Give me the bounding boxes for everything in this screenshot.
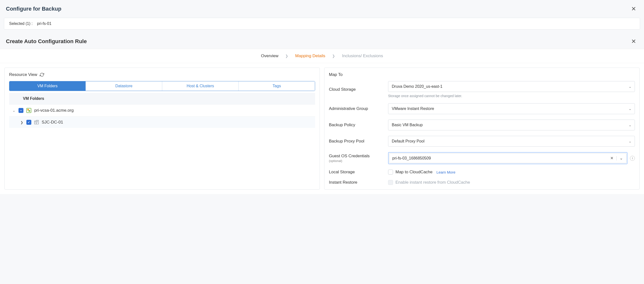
content-area: Resource View VM Folders Datastore Host … xyxy=(0,63,644,194)
label-guest-os: Guest OS Credentials xyxy=(329,154,370,158)
checkbox-checked[interactable] xyxy=(26,120,31,125)
close-icon: ✕ xyxy=(631,38,636,44)
select-proxy-pool[interactable]: Default Proxy Pool xyxy=(388,136,635,147)
step-mapping-details[interactable]: Mapping Details xyxy=(295,54,325,58)
svg-rect-2 xyxy=(28,110,30,112)
row-proxy-pool: Backup Proxy Pool Default Proxy Pool ⌄ xyxy=(329,136,635,147)
select-value: Default Proxy Pool xyxy=(392,139,424,143)
checkbox-indeterminate[interactable] xyxy=(18,108,24,113)
select-value: Druva Demo 2020_us-east-1 xyxy=(392,84,442,88)
chevron-right-icon: ❯ xyxy=(332,54,335,58)
label-admin-group: Administrative Group xyxy=(329,106,383,111)
tree-node-label: SJC-DC-01 xyxy=(42,120,63,125)
tab-vm-folders[interactable]: VM Folders xyxy=(9,81,86,91)
divider xyxy=(616,156,617,160)
label-optional: (optional) xyxy=(329,159,383,163)
label-cloud-storage: Cloud Storage xyxy=(329,87,383,92)
label-instant-restore: Instant Restore xyxy=(329,180,383,185)
tab-datastore[interactable]: Datastore xyxy=(86,81,162,91)
tree-row-root[interactable]: ⌄ pri-vcsa-01.acme.org xyxy=(9,104,315,116)
vcenter-icon xyxy=(26,108,32,114)
map-to-panel: Map To Cloud Storage Druva Demo 2020_us-… xyxy=(324,68,640,190)
learn-more-link[interactable]: Learn More xyxy=(436,170,456,174)
refresh-icon[interactable] xyxy=(40,72,44,77)
row-local-storage: Local Storage Map to CloudCache Learn Mo… xyxy=(329,170,635,174)
hint-cloud-storage: Storage once assigned cannot be changed … xyxy=(388,94,635,98)
sub-title: Create Auto Configuration Rule xyxy=(6,38,87,44)
checkbox-label: Enable instant restore from CloudCache xyxy=(396,180,470,185)
selected-value: pri-fs-01 xyxy=(37,22,52,26)
header-bar: Configure for Backup ✕ xyxy=(0,0,644,18)
close-icon: ✕ xyxy=(610,156,614,160)
datacenter-icon xyxy=(34,120,39,125)
chevron-right-icon: ❯ xyxy=(285,54,288,58)
combo-value: pri-fs-03_1686850509 xyxy=(392,156,610,160)
select-value: Basic VM Backup xyxy=(392,123,422,127)
step-overview[interactable]: Overview xyxy=(261,54,278,58)
resource-tabs: VM Folders Datastore Host & Clusters Tag… xyxy=(9,81,315,91)
selected-prefix: Selected (1) : xyxy=(9,22,32,26)
clear-button[interactable]: ✕ xyxy=(610,156,614,160)
tab-tags[interactable]: Tags xyxy=(239,81,315,91)
close-icon: ✕ xyxy=(631,6,636,12)
row-backup-policy: Backup Policy Basic VM Backup ⌄ xyxy=(329,120,635,130)
select-cloud-storage[interactable]: Druva Demo 2020_us-east-1 xyxy=(388,81,635,92)
checkbox-map-cloudcache[interactable] xyxy=(388,170,393,174)
sub-header: Create Auto Configuration Rule ✕ xyxy=(0,32,644,49)
row-admin-group: Administrative Group VMware Instant Rest… xyxy=(329,103,635,114)
tab-host-clusters[interactable]: Host & Clusters xyxy=(162,81,239,91)
tree-node-label: pri-vcsa-01.acme.org xyxy=(34,108,74,113)
checkbox-instant-restore xyxy=(388,180,393,185)
wizard-steps: Overview ❯ Mapping Details ❯ Inclusions/… xyxy=(0,49,644,63)
tree-row-child[interactable]: ❯ SJC-DC-01 xyxy=(9,116,315,128)
dropdown-button[interactable]: ⌄ xyxy=(619,156,623,160)
resource-view-panel: Resource View VM Folders Datastore Host … xyxy=(4,68,320,190)
resource-view-title: Resource View xyxy=(9,72,37,77)
row-guest-os: Guest OS Credentials (optional) pri-fs-0… xyxy=(329,152,635,164)
tree-header: VM Folders xyxy=(9,93,315,104)
select-backup-policy[interactable]: Basic VM Backup xyxy=(388,120,635,130)
row-instant-restore: Instant Restore Enable instant restore f… xyxy=(329,180,635,185)
close-sub-button[interactable]: ✕ xyxy=(629,37,638,46)
label-local-storage: Local Storage xyxy=(329,170,383,174)
info-icon[interactable]: i xyxy=(630,156,635,161)
chevron-right-icon[interactable]: ❯ xyxy=(20,120,24,124)
combo-guest-os[interactable]: pri-fs-03_1686850509 ✕ ⌄ xyxy=(388,152,628,164)
select-value: VMware Instant Restore xyxy=(392,106,434,111)
chevron-down-icon[interactable]: ⌄ xyxy=(12,109,16,112)
close-button[interactable]: ✕ xyxy=(629,4,638,13)
select-admin-group[interactable]: VMware Instant Restore xyxy=(388,103,635,114)
map-to-title: Map To xyxy=(329,72,342,77)
page-title: Configure for Backup xyxy=(6,6,62,12)
selected-bar: Selected (1) : pri-fs-01 xyxy=(4,18,640,30)
label-proxy-pool: Backup Proxy Pool xyxy=(329,139,383,144)
row-cloud-storage: Cloud Storage Druva Demo 2020_us-east-1 … xyxy=(329,81,635,98)
chevron-down-icon: ⌄ xyxy=(620,156,623,160)
svg-rect-3 xyxy=(34,121,36,124)
label-backup-policy: Backup Policy xyxy=(329,122,383,128)
checkbox-label: Map to CloudCache xyxy=(396,170,432,174)
step-inclusions-exclusions[interactable]: Inclusions/ Exclusions xyxy=(342,54,383,58)
